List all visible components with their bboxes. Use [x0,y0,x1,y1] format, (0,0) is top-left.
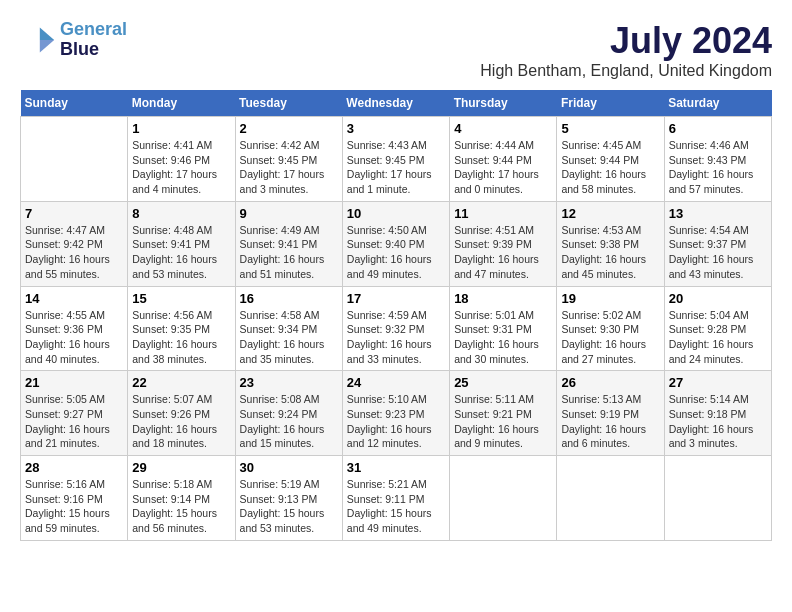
logo-icon [20,22,56,58]
week-row-5: 28Sunrise: 5:16 AM Sunset: 9:16 PM Dayli… [21,456,772,541]
day-info: Sunrise: 5:21 AM Sunset: 9:11 PM Dayligh… [347,477,445,536]
calendar-cell: 8Sunrise: 4:48 AM Sunset: 9:41 PM Daylig… [128,201,235,286]
calendar-cell: 15Sunrise: 4:56 AM Sunset: 9:35 PM Dayli… [128,286,235,371]
day-number: 31 [347,460,445,475]
day-info: Sunrise: 5:11 AM Sunset: 9:21 PM Dayligh… [454,392,552,451]
calendar-cell: 14Sunrise: 4:55 AM Sunset: 9:36 PM Dayli… [21,286,128,371]
calendar-table: SundayMondayTuesdayWednesdayThursdayFrid… [20,90,772,541]
day-number: 23 [240,375,338,390]
day-number: 17 [347,291,445,306]
day-number: 14 [25,291,123,306]
day-number: 16 [240,291,338,306]
calendar-cell: 3Sunrise: 4:43 AM Sunset: 9:45 PM Daylig… [342,117,449,202]
day-number: 22 [132,375,230,390]
day-info: Sunrise: 5:18 AM Sunset: 9:14 PM Dayligh… [132,477,230,536]
day-number: 1 [132,121,230,136]
svg-marker-0 [40,27,54,40]
day-info: Sunrise: 4:42 AM Sunset: 9:45 PM Dayligh… [240,138,338,197]
day-info: Sunrise: 4:56 AM Sunset: 9:35 PM Dayligh… [132,308,230,367]
day-number: 18 [454,291,552,306]
location: High Bentham, England, United Kingdom [480,62,772,80]
calendar-cell: 19Sunrise: 5:02 AM Sunset: 9:30 PM Dayli… [557,286,664,371]
calendar-cell: 29Sunrise: 5:18 AM Sunset: 9:14 PM Dayli… [128,456,235,541]
calendar-cell [450,456,557,541]
calendar-cell: 21Sunrise: 5:05 AM Sunset: 9:27 PM Dayli… [21,371,128,456]
day-number: 25 [454,375,552,390]
calendar-cell: 30Sunrise: 5:19 AM Sunset: 9:13 PM Dayli… [235,456,342,541]
day-number: 27 [669,375,767,390]
day-number: 3 [347,121,445,136]
day-number: 11 [454,206,552,221]
weekday-header-row: SundayMondayTuesdayWednesdayThursdayFrid… [21,90,772,117]
day-info: Sunrise: 4:41 AM Sunset: 9:46 PM Dayligh… [132,138,230,197]
day-number: 5 [561,121,659,136]
day-info: Sunrise: 5:04 AM Sunset: 9:28 PM Dayligh… [669,308,767,367]
day-info: Sunrise: 4:43 AM Sunset: 9:45 PM Dayligh… [347,138,445,197]
weekday-header-friday: Friday [557,90,664,117]
week-row-4: 21Sunrise: 5:05 AM Sunset: 9:27 PM Dayli… [21,371,772,456]
calendar-cell: 20Sunrise: 5:04 AM Sunset: 9:28 PM Dayli… [664,286,771,371]
weekday-header-thursday: Thursday [450,90,557,117]
calendar-cell: 11Sunrise: 4:51 AM Sunset: 9:39 PM Dayli… [450,201,557,286]
logo: General Blue [20,20,127,60]
day-info: Sunrise: 4:49 AM Sunset: 9:41 PM Dayligh… [240,223,338,282]
weekday-header-tuesday: Tuesday [235,90,342,117]
day-info: Sunrise: 4:45 AM Sunset: 9:44 PM Dayligh… [561,138,659,197]
day-info: Sunrise: 5:10 AM Sunset: 9:23 PM Dayligh… [347,392,445,451]
day-info: Sunrise: 4:54 AM Sunset: 9:37 PM Dayligh… [669,223,767,282]
day-number: 8 [132,206,230,221]
day-info: Sunrise: 5:16 AM Sunset: 9:16 PM Dayligh… [25,477,123,536]
calendar-cell: 4Sunrise: 4:44 AM Sunset: 9:44 PM Daylig… [450,117,557,202]
calendar-cell: 28Sunrise: 5:16 AM Sunset: 9:16 PM Dayli… [21,456,128,541]
weekday-header-monday: Monday [128,90,235,117]
day-number: 10 [347,206,445,221]
day-number: 7 [25,206,123,221]
day-info: Sunrise: 4:58 AM Sunset: 9:34 PM Dayligh… [240,308,338,367]
weekday-header-saturday: Saturday [664,90,771,117]
day-number: 4 [454,121,552,136]
week-row-2: 7Sunrise: 4:47 AM Sunset: 9:42 PM Daylig… [21,201,772,286]
day-number: 26 [561,375,659,390]
calendar-cell: 16Sunrise: 4:58 AM Sunset: 9:34 PM Dayli… [235,286,342,371]
day-info: Sunrise: 5:02 AM Sunset: 9:30 PM Dayligh… [561,308,659,367]
calendar-cell: 18Sunrise: 5:01 AM Sunset: 9:31 PM Dayli… [450,286,557,371]
weekday-header-wednesday: Wednesday [342,90,449,117]
day-info: Sunrise: 5:05 AM Sunset: 9:27 PM Dayligh… [25,392,123,451]
month-year: July 2024 [480,20,772,62]
day-info: Sunrise: 4:53 AM Sunset: 9:38 PM Dayligh… [561,223,659,282]
day-number: 20 [669,291,767,306]
calendar-cell: 27Sunrise: 5:14 AM Sunset: 9:18 PM Dayli… [664,371,771,456]
calendar-cell: 26Sunrise: 5:13 AM Sunset: 9:19 PM Dayli… [557,371,664,456]
calendar-cell: 10Sunrise: 4:50 AM Sunset: 9:40 PM Dayli… [342,201,449,286]
day-info: Sunrise: 4:46 AM Sunset: 9:43 PM Dayligh… [669,138,767,197]
day-info: Sunrise: 4:55 AM Sunset: 9:36 PM Dayligh… [25,308,123,367]
calendar-cell: 22Sunrise: 5:07 AM Sunset: 9:26 PM Dayli… [128,371,235,456]
day-info: Sunrise: 4:51 AM Sunset: 9:39 PM Dayligh… [454,223,552,282]
week-row-3: 14Sunrise: 4:55 AM Sunset: 9:36 PM Dayli… [21,286,772,371]
day-number: 28 [25,460,123,475]
day-info: Sunrise: 4:47 AM Sunset: 9:42 PM Dayligh… [25,223,123,282]
day-info: Sunrise: 5:07 AM Sunset: 9:26 PM Dayligh… [132,392,230,451]
svg-marker-1 [40,40,54,53]
day-info: Sunrise: 5:01 AM Sunset: 9:31 PM Dayligh… [454,308,552,367]
calendar-cell: 24Sunrise: 5:10 AM Sunset: 9:23 PM Dayli… [342,371,449,456]
calendar-cell: 1Sunrise: 4:41 AM Sunset: 9:46 PM Daylig… [128,117,235,202]
calendar-cell: 7Sunrise: 4:47 AM Sunset: 9:42 PM Daylig… [21,201,128,286]
page-header: General Blue July 2024 High Bentham, Eng… [20,20,772,80]
day-info: Sunrise: 5:08 AM Sunset: 9:24 PM Dayligh… [240,392,338,451]
calendar-cell: 13Sunrise: 4:54 AM Sunset: 9:37 PM Dayli… [664,201,771,286]
day-number: 12 [561,206,659,221]
calendar-cell: 9Sunrise: 4:49 AM Sunset: 9:41 PM Daylig… [235,201,342,286]
calendar-cell: 5Sunrise: 4:45 AM Sunset: 9:44 PM Daylig… [557,117,664,202]
weekday-header-sunday: Sunday [21,90,128,117]
calendar-cell [21,117,128,202]
day-number: 13 [669,206,767,221]
calendar-cell: 2Sunrise: 4:42 AM Sunset: 9:45 PM Daylig… [235,117,342,202]
calendar-cell: 23Sunrise: 5:08 AM Sunset: 9:24 PM Dayli… [235,371,342,456]
calendar-cell: 25Sunrise: 5:11 AM Sunset: 9:21 PM Dayli… [450,371,557,456]
logo-text: General Blue [60,20,127,60]
calendar-cell: 12Sunrise: 4:53 AM Sunset: 9:38 PM Dayli… [557,201,664,286]
day-info: Sunrise: 5:19 AM Sunset: 9:13 PM Dayligh… [240,477,338,536]
day-info: Sunrise: 4:44 AM Sunset: 9:44 PM Dayligh… [454,138,552,197]
day-info: Sunrise: 5:13 AM Sunset: 9:19 PM Dayligh… [561,392,659,451]
